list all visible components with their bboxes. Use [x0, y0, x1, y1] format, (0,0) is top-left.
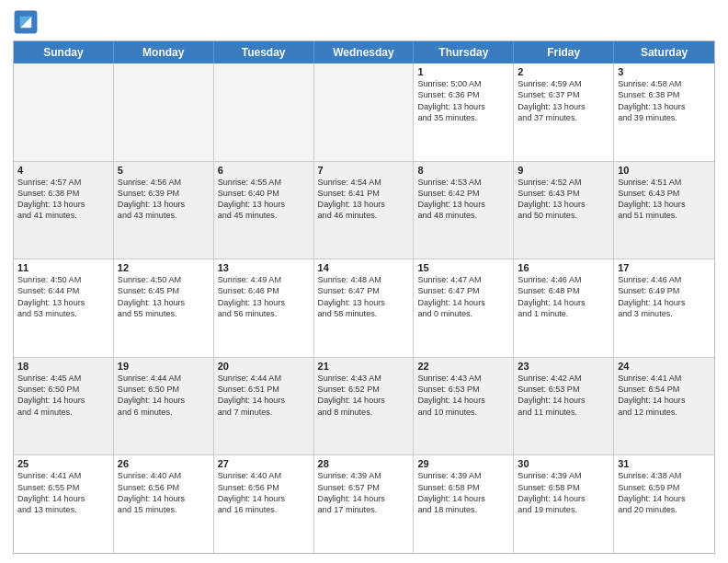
- calendar-cell: 17Sunrise: 4:46 AM Sunset: 6:49 PM Dayli…: [614, 259, 714, 357]
- day-number: 2: [518, 66, 609, 77]
- calendar-row-1: 1Sunrise: 5:00 AM Sunset: 6:36 PM Daylig…: [14, 63, 714, 162]
- calendar-cell: 20Sunrise: 4:44 AM Sunset: 6:51 PM Dayli…: [214, 358, 314, 455]
- calendar-cell: 10Sunrise: 4:51 AM Sunset: 6:43 PM Dayli…: [614, 162, 714, 259]
- calendar-cell: 27Sunrise: 4:40 AM Sunset: 6:56 PM Dayli…: [214, 455, 314, 553]
- day-number: 18: [17, 361, 109, 372]
- day-number: 25: [17, 458, 109, 469]
- calendar-cell: 8Sunrise: 4:53 AM Sunset: 6:42 PM Daylig…: [414, 162, 514, 259]
- calendar-cell: 26Sunrise: 4:40 AM Sunset: 6:56 PM Dayli…: [114, 455, 214, 553]
- day-info: Sunrise: 4:51 AM Sunset: 6:43 PM Dayligh…: [618, 177, 711, 222]
- calendar-row-4: 18Sunrise: 4:45 AM Sunset: 6:50 PM Dayli…: [14, 358, 714, 456]
- calendar-row-2: 4Sunrise: 4:57 AM Sunset: 6:38 PM Daylig…: [14, 162, 714, 260]
- day-number: 12: [118, 262, 210, 273]
- header-day-tuesday: Tuesday: [214, 41, 314, 63]
- day-info: Sunrise: 4:46 AM Sunset: 6:49 PM Dayligh…: [618, 274, 711, 319]
- calendar-cell: 7Sunrise: 4:54 AM Sunset: 6:41 PM Daylig…: [314, 162, 415, 259]
- calendar-cell: 15Sunrise: 4:47 AM Sunset: 6:47 PM Dayli…: [414, 259, 514, 357]
- day-number: 10: [618, 165, 711, 176]
- day-info: Sunrise: 4:39 AM Sunset: 6:58 PM Dayligh…: [518, 470, 609, 515]
- day-info: Sunrise: 4:59 AM Sunset: 6:37 PM Dayligh…: [518, 78, 609, 123]
- calendar-cell: 29Sunrise: 4:39 AM Sunset: 6:58 PM Dayli…: [414, 455, 514, 553]
- calendar-cell: 1Sunrise: 5:00 AM Sunset: 6:36 PM Daylig…: [414, 63, 514, 161]
- day-number: 19: [118, 361, 210, 372]
- day-number: 22: [417, 361, 509, 372]
- day-number: 24: [618, 361, 711, 372]
- calendar-cell: 6Sunrise: 4:55 AM Sunset: 6:40 PM Daylig…: [214, 162, 314, 259]
- day-number: 21: [318, 361, 410, 372]
- day-info: Sunrise: 4:42 AM Sunset: 6:53 PM Dayligh…: [518, 373, 609, 418]
- calendar-cell: 2Sunrise: 4:59 AM Sunset: 6:37 PM Daylig…: [514, 63, 614, 161]
- day-info: Sunrise: 4:40 AM Sunset: 6:56 PM Dayligh…: [118, 470, 210, 515]
- calendar-cell: 22Sunrise: 4:43 AM Sunset: 6:53 PM Dayli…: [414, 358, 514, 455]
- calendar-cell: 31Sunrise: 4:38 AM Sunset: 6:59 PM Dayli…: [614, 455, 714, 553]
- header-day-saturday: Saturday: [614, 41, 714, 63]
- header-day-monday: Monday: [114, 41, 214, 63]
- day-number: 17: [618, 262, 711, 273]
- day-info: Sunrise: 4:48 AM Sunset: 6:47 PM Dayligh…: [318, 274, 410, 319]
- day-number: 31: [618, 458, 711, 469]
- calendar-cell: [314, 63, 415, 161]
- calendar-cell: 28Sunrise: 4:39 AM Sunset: 6:57 PM Dayli…: [314, 455, 415, 553]
- calendar-cell: 16Sunrise: 4:46 AM Sunset: 6:48 PM Dayli…: [514, 259, 614, 357]
- calendar-cell: 12Sunrise: 4:50 AM Sunset: 6:45 PM Dayli…: [114, 259, 214, 357]
- day-number: 1: [417, 66, 509, 77]
- calendar-cell: 30Sunrise: 4:39 AM Sunset: 6:58 PM Dayli…: [514, 455, 614, 553]
- day-number: 26: [118, 458, 210, 469]
- day-number: 23: [518, 361, 609, 372]
- day-info: Sunrise: 4:56 AM Sunset: 6:39 PM Dayligh…: [118, 177, 210, 222]
- calendar: SundayMondayTuesdayWednesdayThursdayFrid…: [13, 40, 715, 554]
- calendar-row-5: 25Sunrise: 4:41 AM Sunset: 6:55 PM Dayli…: [14, 455, 714, 553]
- page: SundayMondayTuesdayWednesdayThursdayFrid…: [0, 0, 728, 563]
- day-info: Sunrise: 4:40 AM Sunset: 6:56 PM Dayligh…: [218, 470, 310, 515]
- day-info: Sunrise: 4:55 AM Sunset: 6:40 PM Dayligh…: [218, 177, 310, 222]
- calendar-cell: 14Sunrise: 4:48 AM Sunset: 6:47 PM Dayli…: [314, 259, 415, 357]
- day-info: Sunrise: 4:38 AM Sunset: 6:59 PM Dayligh…: [618, 470, 711, 515]
- day-number: 3: [618, 66, 711, 77]
- day-number: 14: [318, 262, 410, 273]
- calendar-cell: 5Sunrise: 4:56 AM Sunset: 6:39 PM Daylig…: [114, 162, 214, 259]
- calendar-cell: 19Sunrise: 4:44 AM Sunset: 6:50 PM Dayli…: [114, 358, 214, 455]
- day-info: Sunrise: 4:41 AM Sunset: 6:54 PM Dayligh…: [618, 373, 711, 418]
- header-day-thursday: Thursday: [414, 41, 514, 63]
- day-info: Sunrise: 4:43 AM Sunset: 6:52 PM Dayligh…: [318, 373, 410, 418]
- calendar-cell: 21Sunrise: 4:43 AM Sunset: 6:52 PM Dayli…: [314, 358, 415, 455]
- day-number: 11: [17, 262, 109, 273]
- calendar-cell: [14, 63, 114, 161]
- header: [13, 9, 715, 35]
- day-info: Sunrise: 4:53 AM Sunset: 6:42 PM Dayligh…: [417, 177, 509, 222]
- calendar-cell: 24Sunrise: 4:41 AM Sunset: 6:54 PM Dayli…: [614, 358, 714, 455]
- calendar-cell: 23Sunrise: 4:42 AM Sunset: 6:53 PM Dayli…: [514, 358, 614, 455]
- day-number: 28: [318, 458, 410, 469]
- day-number: 15: [417, 262, 509, 273]
- calendar-cell: 4Sunrise: 4:57 AM Sunset: 6:38 PM Daylig…: [14, 162, 114, 259]
- day-info: Sunrise: 4:44 AM Sunset: 6:51 PM Dayligh…: [218, 373, 310, 418]
- day-info: Sunrise: 4:46 AM Sunset: 6:48 PM Dayligh…: [518, 274, 609, 319]
- calendar-cell: 13Sunrise: 4:49 AM Sunset: 6:46 PM Dayli…: [214, 259, 314, 357]
- day-info: Sunrise: 4:39 AM Sunset: 6:58 PM Dayligh…: [417, 470, 509, 515]
- day-info: Sunrise: 4:39 AM Sunset: 6:57 PM Dayligh…: [318, 470, 410, 515]
- day-number: 5: [118, 165, 210, 176]
- header-day-wednesday: Wednesday: [314, 41, 415, 63]
- day-number: 16: [518, 262, 609, 273]
- day-number: 9: [518, 165, 609, 176]
- calendar-cell: 11Sunrise: 4:50 AM Sunset: 6:44 PM Dayli…: [14, 259, 114, 357]
- day-number: 8: [417, 165, 509, 176]
- day-info: Sunrise: 4:50 AM Sunset: 6:45 PM Dayligh…: [118, 274, 210, 319]
- day-info: Sunrise: 4:43 AM Sunset: 6:53 PM Dayligh…: [417, 373, 509, 418]
- day-number: 20: [218, 361, 310, 372]
- day-number: 7: [318, 165, 410, 176]
- calendar-cell: 3Sunrise: 4:58 AM Sunset: 6:38 PM Daylig…: [614, 63, 714, 161]
- day-info: Sunrise: 4:44 AM Sunset: 6:50 PM Dayligh…: [118, 373, 210, 418]
- calendar-cell: [114, 63, 214, 161]
- day-info: Sunrise: 4:49 AM Sunset: 6:46 PM Dayligh…: [218, 274, 310, 319]
- day-info: Sunrise: 4:54 AM Sunset: 6:41 PM Dayligh…: [318, 177, 410, 222]
- calendar-cell: [214, 63, 314, 161]
- day-number: 6: [218, 165, 310, 176]
- logo: [13, 9, 42, 35]
- day-number: 29: [417, 458, 509, 469]
- day-info: Sunrise: 4:50 AM Sunset: 6:44 PM Dayligh…: [17, 274, 109, 319]
- day-info: Sunrise: 4:45 AM Sunset: 6:50 PM Dayligh…: [17, 373, 109, 418]
- calendar-header: SundayMondayTuesdayWednesdayThursdayFrid…: [14, 41, 714, 63]
- logo-icon: [13, 9, 39, 35]
- day-info: Sunrise: 4:41 AM Sunset: 6:55 PM Dayligh…: [17, 470, 109, 515]
